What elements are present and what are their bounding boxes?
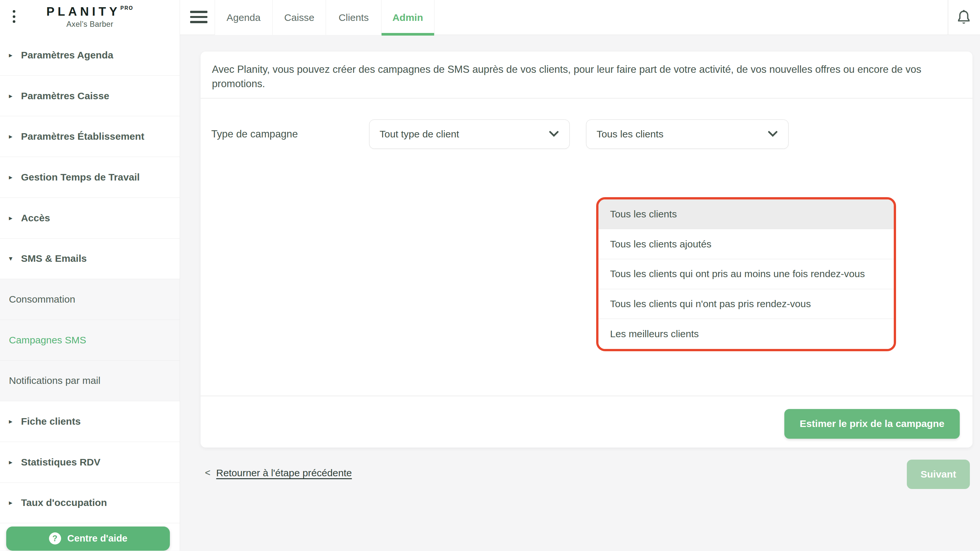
brand-logo: PLANITYPRO Axel’s Barber — [0, 5, 180, 29]
campaign-form-section: Type de campagne Tout type de client Tou… — [200, 98, 972, 395]
sidebar-item-sms-emails[interactable]: ▾ SMS & Emails — [0, 238, 180, 279]
tab-agenda[interactable]: Agenda — [215, 0, 273, 35]
main-nav-tabs: Agenda Caisse Clients Admin — [215, 0, 434, 35]
sidebar-item-label: Consommation — [9, 294, 75, 305]
caret-right-icon: ▸ — [9, 417, 15, 426]
bell-icon[interactable] — [956, 10, 971, 28]
campaign-intro-text: Avec Planity, vous pouvez créer des camp… — [200, 52, 972, 91]
question-circle-icon: ? — [49, 532, 61, 545]
back-link-label: Retourner à l'étape précédente — [216, 467, 352, 478]
campaign-type-label: Type de campagne — [200, 128, 369, 140]
next-button[interactable]: Suivant — [907, 460, 970, 489]
sidebar-item-taux-occupation[interactable]: ▸ Taux d'occupation — [0, 483, 180, 524]
sidebar-item-label: SMS & Emails — [21, 253, 87, 264]
caret-right-icon: ▸ — [9, 51, 15, 59]
sidebar-item-notifications-par-mail[interactable]: Notifications par mail — [0, 361, 180, 402]
dropdown-option-tous-les-clients[interactable]: Tous les clients — [598, 199, 894, 229]
clients-select-value: Tous les clients — [597, 129, 663, 140]
sidebar-item-label: Fiche clients — [21, 416, 81, 427]
brand-name: PLANITYPRO — [0, 5, 180, 19]
sidebar-item-label: Paramètres Caisse — [21, 91, 109, 102]
hamburger-menu-icon[interactable] — [190, 11, 207, 23]
sidebar-item-label: Campagnes SMS — [9, 335, 86, 346]
sidebar-item-label: Gestion Temps de Travail — [21, 172, 140, 183]
account-name: Axel’s Barber — [0, 20, 180, 29]
caret-right-icon: ▸ — [9, 214, 15, 222]
tab-caisse[interactable]: Caisse — [273, 0, 326, 35]
caret-right-icon: ▸ — [9, 499, 15, 507]
sidebar-item-parametres-etablissement[interactable]: ▸ Paramètres Établissement — [0, 116, 180, 157]
help-center-label: Centre d'aide — [67, 533, 127, 544]
sidebar-item-label: Taux d'occupation — [21, 497, 107, 508]
settings-sidebar: ▸ Paramètres Agenda ▸ Paramètres Caisse … — [0, 35, 180, 551]
help-center-button[interactable]: ? Centre d'aide — [6, 527, 170, 551]
brand-pro-badge: PRO — [121, 5, 134, 11]
main-content: Avec Planity, vous pouvez créer des camp… — [180, 35, 980, 551]
sidebar-item-label: Paramètres Établissement — [21, 131, 145, 142]
chevron-down-icon — [549, 131, 559, 137]
dropdown-option-meilleurs-clients[interactable]: Les meilleurs clients — [598, 319, 894, 349]
clients-dropdown-panel: Tous les clients Tous les clients ajouté… — [596, 197, 896, 351]
caret-right-icon: ▸ — [9, 458, 15, 467]
sidebar-item-parametres-agenda[interactable]: ▸ Paramètres Agenda — [0, 35, 180, 76]
header-divider — [948, 0, 948, 35]
caret-right-icon: ▸ — [9, 92, 15, 100]
clients-select[interactable]: Tous les clients — [586, 119, 788, 149]
dropdown-option-clients-sans-rdv[interactable]: Tous les clients qui n'ont pas pris rend… — [598, 289, 894, 319]
caret-right-icon: ▸ — [9, 132, 15, 141]
caret-right-icon: ▸ — [9, 173, 15, 181]
sidebar-item-gestion-temps-travail[interactable]: ▸ Gestion Temps de Travail — [0, 157, 180, 198]
sidebar-item-parametres-caisse[interactable]: ▸ Paramètres Caisse — [0, 76, 180, 116]
sidebar-item-statistiques-rdv[interactable]: ▸ Statistiques RDV — [0, 442, 180, 483]
wizard-nav-row: < Retourner à l'étape précédente Suivant — [200, 460, 970, 489]
campaign-type-select[interactable]: Tout type de client — [369, 119, 570, 149]
card-footer: Estimer le prix de la campagne — [200, 396, 972, 448]
sidebar-item-campagnes-sms[interactable]: Campagnes SMS — [0, 320, 180, 361]
campaign-type-select-value: Tout type de client — [380, 129, 459, 140]
tab-admin[interactable]: Admin — [382, 0, 434, 35]
tab-clients[interactable]: Clients — [326, 0, 381, 35]
sidebar-item-label: Statistiques RDV — [21, 457, 100, 468]
sidebar-item-consommation[interactable]: Consommation — [0, 279, 180, 320]
campaign-card: Avec Planity, vous pouvez créer des camp… — [200, 52, 972, 448]
sidebar-item-acces[interactable]: ▸ Accès — [0, 198, 180, 238]
top-header: PLANITYPRO Axel’s Barber Agenda Caisse C… — [0, 0, 980, 35]
logo-card: PLANITYPRO Axel’s Barber — [0, 0, 180, 35]
sidebar-item-label: Accès — [21, 213, 50, 224]
sidebar-item-label: Paramètres Agenda — [21, 49, 113, 61]
campaign-type-row: Type de campagne Tout type de client Tou… — [200, 119, 972, 149]
back-chevron-icon: < — [205, 467, 210, 478]
back-link[interactable]: < Retourner à l'étape précédente — [205, 467, 352, 478]
sidebar-item-label: Notifications par mail — [9, 375, 100, 386]
sidebar-item-fiche-clients[interactable]: ▸ Fiche clients — [0, 401, 180, 442]
estimate-price-button[interactable]: Estimer le prix de la campagne — [784, 409, 959, 439]
chevron-down-icon — [768, 131, 778, 137]
caret-down-icon: ▾ — [9, 254, 15, 263]
dropdown-option-clients-ajoutes[interactable]: Tous les clients ajoutés — [598, 229, 894, 259]
dropdown-option-clients-au-moins-un-rdv[interactable]: Tous les clients qui ont pris au moins u… — [598, 259, 894, 289]
